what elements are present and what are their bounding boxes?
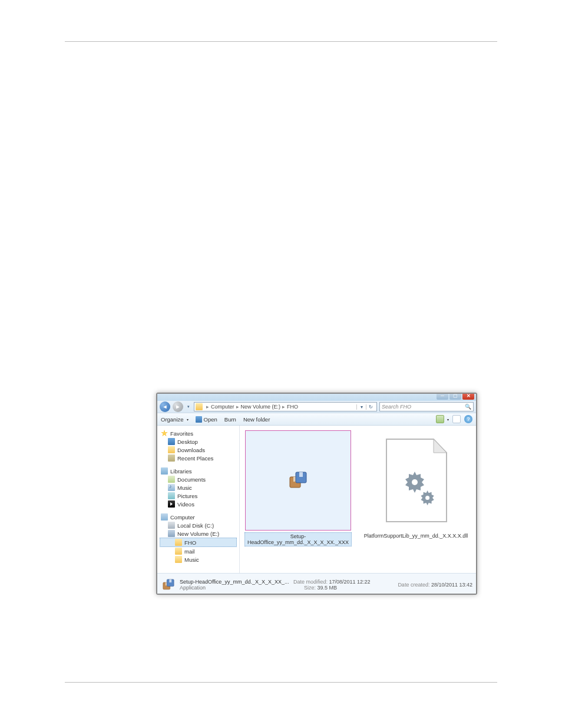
maximize-button[interactable]: ▢ [449, 393, 461, 400]
nav-pictures[interactable]: Pictures [160, 492, 237, 500]
folder-icon [175, 556, 182, 563]
nav-documents[interactable]: Documents [160, 475, 237, 483]
nav-favorites[interactable]: Favorites [160, 429, 237, 437]
address-bar[interactable]: ▸ Computer ▸ New Volume (E:) ▸ FHO ▾ ↻ [194, 402, 377, 411]
nav-folder-mail[interactable]: mail [160, 547, 237, 555]
file-setup-headoffice[interactable]: Setup-HeadOffice_yy_mm_dd._X_X_X_XX._XXX [244, 430, 352, 546]
file-label: PlatformSupportLib_yy_mm_dd._X.X.X.X.dll [362, 532, 470, 539]
breadcrumb-item[interactable]: FHO [287, 404, 298, 410]
page-top-rule [65, 41, 497, 42]
svg-rect-9 [169, 579, 171, 582]
page-bottom-rule [65, 682, 497, 683]
details-created: 28/10/2011 13:42 [431, 582, 472, 588]
svg-point-5 [425, 496, 429, 500]
details-pane: Setup-HeadOffice_yy_mm_dd._X_X_X_XX_... … [157, 573, 476, 595]
documents-icon [168, 476, 175, 483]
close-button[interactable]: ✕ [462, 393, 474, 400]
svg-point-4 [412, 479, 418, 485]
help-button[interactable]: ? [464, 415, 472, 423]
file-pane[interactable]: Setup-HeadOffice_yy_mm_dd._X_X_X_XX._XXX [240, 426, 476, 573]
disk-icon [168, 522, 175, 529]
main-area: Favorites Desktop Downloads Recent Place… [157, 426, 476, 573]
open-button[interactable]: Open [196, 416, 217, 423]
refresh-icon[interactable]: ↻ [366, 404, 375, 410]
details-type: Application [180, 585, 206, 591]
drive-icon [168, 530, 175, 537]
nav-folder-fho[interactable]: FHO [160, 538, 237, 547]
new-folder-button[interactable]: New folder [243, 416, 270, 423]
nav-desktop[interactable]: Desktop [160, 437, 237, 446]
desktop-icon [168, 438, 175, 445]
dll-icon [378, 436, 454, 525]
nav-local-disk-c[interactable]: Local Disk (C:) [160, 521, 237, 529]
recent-icon [168, 454, 175, 462]
preview-pane-button[interactable] [452, 415, 461, 423]
nav-folder-music[interactable]: Music [160, 555, 237, 564]
forward-button[interactable]: ► [173, 401, 183, 412]
downloads-icon [168, 446, 175, 453]
nav-recent-places[interactable]: Recent Places [160, 454, 237, 462]
address-row: ◄ ► ▾ ▸ Computer ▸ New Volume (E:) ▸ FHO… [157, 401, 476, 413]
search-input[interactable]: Search FHO 🔍 [379, 402, 474, 411]
view-toggle-button[interactable] [436, 415, 444, 423]
libraries-icon [161, 467, 168, 475]
music-icon [168, 484, 175, 491]
nav-history-dropdown[interactable]: ▾ [186, 403, 191, 411]
details-size-label: Size: [304, 585, 316, 591]
view-dropdown-icon[interactable]: ▾ [447, 417, 449, 421]
navigation-pane[interactable]: Favorites Desktop Downloads Recent Place… [157, 426, 240, 573]
details-modified: 17/08/2011 12:22 [329, 579, 371, 585]
breadcrumb-item[interactable]: Computer [211, 404, 234, 410]
videos-icon [168, 500, 175, 508]
minimize-button[interactable]: ─ [437, 393, 448, 400]
star-icon [161, 430, 168, 437]
organize-button[interactable]: Organize▾ [161, 416, 189, 423]
folder-icon [175, 548, 182, 555]
nav-videos[interactable]: Videos [160, 500, 237, 508]
details-title: Setup-HeadOffice_yy_mm_dd._X_X_X_XX_... [180, 579, 289, 585]
addr-dropdown-icon[interactable]: ▾ [356, 404, 366, 410]
search-placeholder: Search FHO [382, 404, 411, 410]
burn-button[interactable]: Burn [224, 416, 236, 423]
folder-icon [196, 403, 203, 410]
svg-rect-3 [299, 472, 303, 477]
installer-icon [286, 469, 310, 492]
nav-downloads[interactable]: Downloads [160, 446, 237, 454]
nav-libraries[interactable]: Libraries [160, 467, 237, 475]
file-label: Setup-HeadOffice_yy_mm_dd._X_X_X_XX._XXX [244, 532, 352, 546]
toolbar: Organize▾ Open Burn New folder ▾ ? [157, 413, 476, 426]
folder-icon [175, 539, 182, 546]
nav-computer[interactable]: Computer [160, 513, 237, 521]
nav-music[interactable]: Music [160, 483, 237, 492]
file-thumbnail [363, 430, 469, 531]
back-button[interactable]: ◄ [160, 401, 170, 412]
titlebar: ─ ▢ ✕ [157, 394, 476, 401]
explorer-window: ─ ▢ ✕ ◄ ► ▾ ▸ Computer ▸ New Volume (E:)… [156, 393, 477, 595]
search-icon: 🔍 [465, 404, 471, 410]
installer-icon [161, 577, 176, 592]
details-created-label: Date created: [398, 582, 429, 588]
file-thumbnail [245, 430, 351, 531]
details-size: 39.5 MB [318, 585, 338, 591]
file-platformsupportlib[interactable]: PlatformSupportLib_yy_mm_dd._X.X.X.X.dll [362, 430, 470, 539]
details-modified-label: Date modified: [293, 579, 328, 585]
pictures-icon [168, 492, 175, 499]
computer-icon [161, 513, 168, 521]
nav-new-volume-e[interactable]: New Volume (E:) [160, 529, 237, 538]
breadcrumb-item[interactable]: New Volume (E:) [241, 404, 281, 410]
